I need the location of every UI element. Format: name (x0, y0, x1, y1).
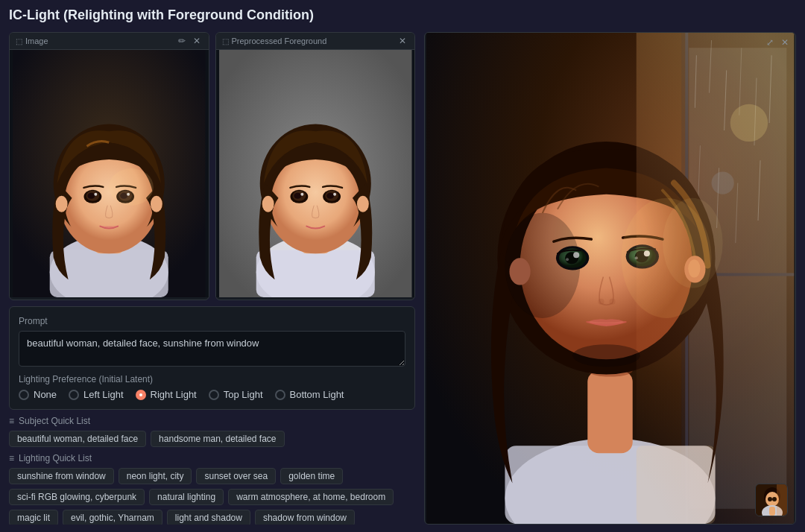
image-panel-header: Image ✏ ✕ (10, 33, 209, 50)
tag-neon[interactable]: neon light, city (119, 468, 192, 484)
preprocessed-label: Preprocessed Foreground (222, 37, 327, 45)
svg-point-24 (271, 153, 359, 250)
preprocessed-display (216, 50, 415, 297)
svg-point-15 (56, 196, 68, 212)
svg-point-34 (356, 196, 368, 212)
prompt-label: Prompt (19, 316, 405, 326)
preprocessed-panel-header: Preprocessed Foreground ✕ (216, 33, 415, 50)
preprocessed-panel: Preprocessed Foreground ✕ (215, 32, 416, 300)
radio-right[interactable]: Right Light (136, 389, 197, 400)
svg-point-31 (326, 193, 334, 199)
svg-point-32 (333, 193, 336, 196)
svg-point-16 (151, 196, 162, 212)
image-panel-actions: ✏ ✕ (176, 36, 203, 46)
radio-top[interactable]: Top Light (209, 389, 263, 400)
lighting-group: Lighting Preference (Initial Latent) Non… (19, 374, 405, 400)
svg-point-76 (663, 198, 723, 288)
radio-top-label: Top Light (224, 389, 263, 400)
radio-none[interactable]: None (19, 389, 57, 400)
avatar-thumbnail (755, 484, 788, 516)
lighting-tag-list: sunshine from window neon light, city su… (9, 468, 415, 525)
prompt-group: Prompt beautiful woman, detailed face, s… (19, 316, 405, 367)
radio-right-circle (136, 390, 146, 400)
radio-right-label: Right Light (151, 389, 197, 400)
output-image (425, 33, 795, 524)
controls-panel: Prompt beautiful woman, detailed face, s… (9, 306, 415, 410)
svg-rect-2 (50, 250, 168, 297)
tag-natural[interactable]: natural lighting (149, 489, 224, 505)
svg-point-70 (609, 299, 615, 305)
tag-scifi[interactable]: sci-fi RGB glowing, cyberpunk (9, 489, 145, 505)
lighting-label: Lighting Preference (Initial Latent) (19, 374, 405, 384)
edit-icon-btn[interactable]: ✏ (176, 36, 188, 46)
tag-warm[interactable]: warm atmosphere, at home, bedroom (228, 489, 394, 505)
lighting-quick-list-title: Lighting Quick List (9, 453, 415, 463)
radio-left-circle (69, 390, 79, 400)
svg-point-9 (87, 193, 95, 199)
tag-golden[interactable]: golden time (280, 468, 343, 484)
svg-point-84 (768, 497, 772, 501)
tag-shadow-window[interactable]: shadow from window (255, 510, 355, 525)
tag-magic[interactable]: magic lit (9, 510, 58, 525)
radio-bottom[interactable]: Bottom Light (275, 389, 344, 400)
svg-point-28 (300, 193, 303, 196)
radio-top-circle (209, 390, 219, 400)
svg-point-17 (109, 168, 154, 206)
tag-sunset[interactable]: sunset over sea (196, 468, 276, 484)
svg-rect-20 (256, 250, 374, 297)
svg-point-77 (505, 213, 580, 318)
subject-quick-list-title: Subject Quick List (9, 416, 415, 426)
tag-handsome-man[interactable]: handsome man, detailed face (151, 431, 284, 447)
svg-rect-86 (769, 507, 775, 516)
subject-tag-list: beautiful woman, detailed face handsome … (9, 431, 415, 447)
page-title: IC-Light (Relighting with Foreground Con… (9, 7, 796, 23)
radio-left[interactable]: Left Light (69, 389, 124, 400)
radio-bottom-label: Bottom Light (290, 389, 344, 400)
main-content: Image ✏ ✕ (9, 32, 796, 525)
lighting-quick-list: Lighting Quick List sunshine from window… (9, 453, 415, 525)
close-output-btn[interactable]: ✕ (779, 37, 791, 48)
close-image-btn[interactable]: ✕ (191, 36, 203, 46)
lighting-radio-group: None Left Light Right Light Top Lig (19, 389, 405, 400)
expand-output-btn[interactable]: ⤢ (764, 37, 776, 48)
image-row: Image ✏ ✕ (9, 32, 415, 300)
preprocessed-panel-actions: ✕ (397, 36, 408, 46)
tag-evil[interactable]: evil, gothic, Yharnam (63, 510, 162, 525)
svg-point-78 (572, 344, 640, 367)
radio-left-label: Left Light (83, 389, 124, 400)
left-panel: Image ✏ ✕ (9, 32, 415, 525)
radio-none-label: None (34, 389, 57, 400)
image-display (10, 50, 209, 297)
svg-point-85 (772, 497, 777, 501)
svg-point-10 (94, 193, 97, 196)
subject-quick-list: Subject Quick List beautiful woman, deta… (9, 416, 415, 447)
radio-bottom-circle (275, 390, 285, 400)
tag-light-shadow[interactable]: light and shadow (167, 510, 250, 525)
image-panel: Image ✏ ✕ (9, 32, 209, 300)
output-panel: ⤢ ✕ (424, 32, 796, 525)
image-panel-label: Image (16, 37, 48, 45)
svg-point-33 (262, 196, 274, 212)
radio-none-circle (19, 390, 29, 400)
close-preprocessed-btn[interactable]: ✕ (397, 36, 408, 46)
tag-sunshine[interactable]: sunshine from window (9, 468, 114, 484)
svg-rect-87 (777, 484, 788, 516)
prompt-textarea[interactable]: beautiful woman, detailed face, sunshine… (19, 331, 405, 367)
output-panel-header: ⤢ ✕ (764, 37, 791, 48)
svg-point-27 (294, 193, 301, 199)
tag-beautiful-woman[interactable]: beautiful woman, detailed face (9, 431, 146, 447)
svg-point-69 (598, 299, 604, 305)
svg-rect-55 (587, 370, 632, 453)
